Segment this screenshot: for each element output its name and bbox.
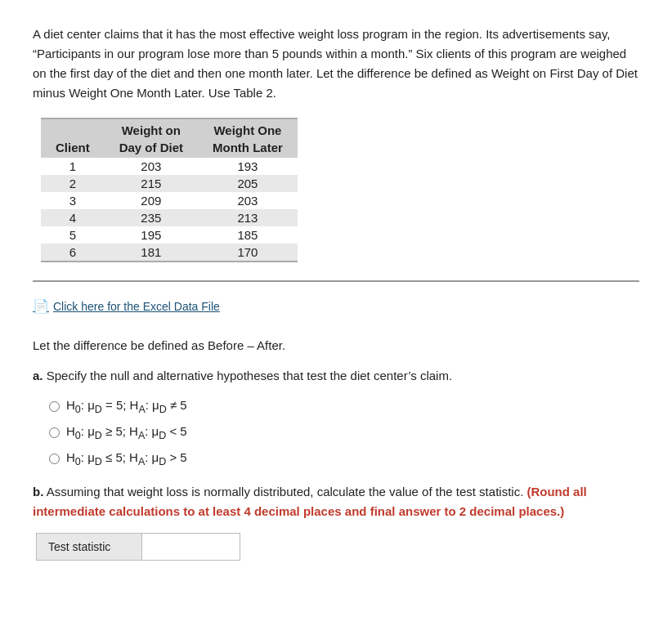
cell-weight-later: 193 [198,158,298,175]
cell-client: 4 [41,209,105,226]
data-table-wrapper: Weight on Weight One Client Day of Diet … [33,118,639,282]
cell-client: 6 [41,244,105,262]
col3-header-line2: Month Later [198,139,298,158]
table-row: 4 235 213 [41,209,298,226]
cell-weight-later: 213 [198,209,298,226]
cell-weight-later: 203 [198,192,298,209]
cell-weight-later: 205 [198,175,298,192]
part-a-section: a. Specify the null and alternative hypo… [33,367,639,386]
intro-paragraph: A diet center claims that it has the mos… [33,25,639,103]
difference-text: Let the difference be defined as Before … [33,337,639,355]
excel-icon: 📄 [33,298,49,314]
col1-header: Client [41,139,105,158]
hypothesis-text-1: H0: μD = 5; HA: μD ≠ 5 [66,396,187,418]
hypothesis-radio-3[interactable] [49,454,60,464]
hypothesis-option-3: H0: μD ≤ 5; HA: μD > 5 [49,449,639,470]
excel-link-container: 📄 Click here for the Excel Data File [33,298,639,325]
hypothesis-text-3: H0: μD ≤ 5; HA: μD > 5 [66,449,187,470]
hypothesis-radio-1[interactable] [49,401,60,412]
col3-header-line1: Weight One [198,118,298,139]
col2-header-line2: Day of Diet [105,139,198,158]
part-a-text: Specify the null and alternative hypothe… [47,369,452,382]
table-header-row2: Client Day of Diet Month Later [41,139,298,158]
cell-weight-first: 215 [105,175,198,192]
test-statistic-row: Test statistic [36,533,639,561]
test-statistic-input[interactable] [142,533,240,561]
excel-link-text: Click here for the Excel Data File [53,300,220,313]
table-body: 1 203 193 2 215 205 3 209 203 4 235 213 … [41,158,298,262]
hypothesis-options: H0: μD = 5; HA: μD ≠ 5 H0: μD ≥ 5; HA: μ… [49,396,639,469]
hypothesis-text-2: H0: μD ≥ 5; HA: μD < 5 [66,423,187,444]
cell-weight-first: 235 [105,209,198,226]
cell-weight-first: 181 [105,244,198,262]
cell-client: 1 [41,158,105,175]
hypothesis-radio-2[interactable] [49,427,60,438]
cell-weight-first: 209 [105,192,198,209]
table-row: 1 203 193 [41,158,298,175]
cell-weight-first: 195 [105,226,198,244]
part-b-label: b. [33,485,43,499]
table-row: 2 215 205 [41,175,298,192]
table-header-row1: Weight on Weight One [41,118,298,139]
hypothesis-option-2: H0: μD ≥ 5; HA: μD < 5 [49,423,639,444]
cell-client: 5 [41,226,105,244]
part-b-section: b. Assuming that weight loss is normally… [33,482,639,521]
part-a-label: a. [33,369,43,382]
hypothesis-option-1: H0: μD = 5; HA: μD ≠ 5 [49,396,639,418]
test-statistic-label: Test statistic [36,533,142,561]
col2-header-line1: Weight on [105,118,198,139]
cell-weight-first: 203 [105,158,198,175]
table-row: 3 209 203 [41,192,298,209]
part-b-text: Assuming that weight loss is normally di… [47,485,524,499]
cell-weight-later: 170 [198,244,298,262]
col1-header-blank [41,118,105,139]
cell-client: 3 [41,192,105,209]
cell-client: 2 [41,175,105,192]
table-row: 6 181 170 [41,244,298,262]
table-row: 5 195 185 [41,226,298,244]
cell-weight-later: 185 [198,226,298,244]
excel-link[interactable]: 📄 Click here for the Excel Data File [33,298,220,314]
data-table: Weight on Weight One Client Day of Diet … [41,118,298,262]
